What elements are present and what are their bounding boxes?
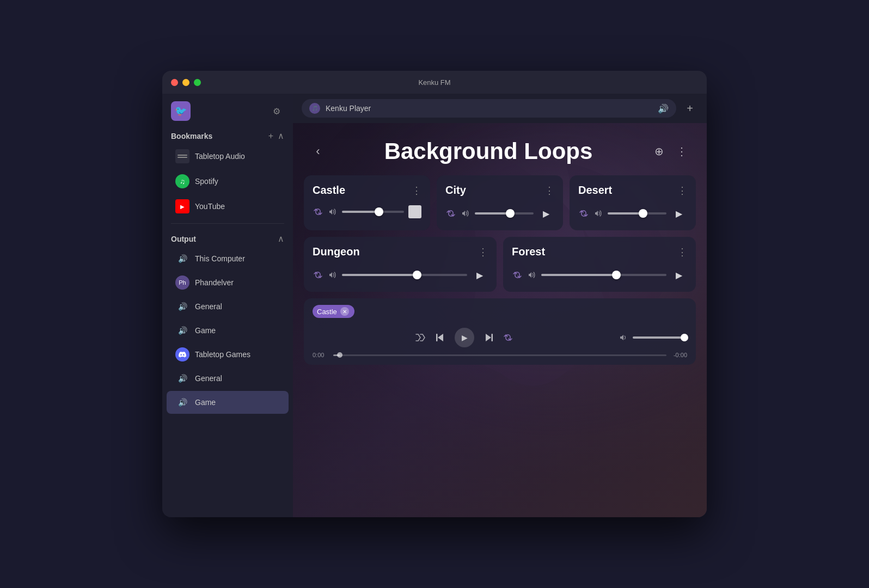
settings-icon[interactable]: ⚙ [269,103,284,119]
output-this-computer[interactable]: 🔊 This Computer [167,247,289,270]
maximize-button[interactable] [194,79,201,86]
bookmarks-section-header: Bookmarks + ∧ [162,125,293,144]
divider [171,223,284,224]
prev-button[interactable] [436,334,444,341]
speaker-icon-3: 🔊 [175,323,189,338]
output-tabletop-games[interactable]: Tabletop Games [167,343,289,366]
forest-volume-button[interactable] [527,271,537,279]
sidebar-item-youtube[interactable]: ▶ YouTube ··· [167,194,289,218]
this-computer-label: This Computer [195,254,280,263]
phandelver-avatar: Ph [175,275,189,290]
castle-volume-button[interactable] [328,207,338,216]
volume-icon-button[interactable] [620,334,628,341]
game-2-label: Game [195,398,280,407]
forest-play-button[interactable]: ▶ [671,267,687,283]
time-total: -0:00 [671,352,687,358]
main-header: ‹ Background Loops ⊕ ⋮ [293,123,707,175]
forest-volume-slider[interactable] [541,274,666,276]
player-pill[interactable]: 🎵 Kenku Player 🔊 [302,99,676,118]
bg-area: ‹ Background Loops ⊕ ⋮ Castle ⋮ [293,123,707,517]
forest-menu-button[interactable]: ⋮ [677,246,687,258]
desert-play-button[interactable]: ▶ [671,205,687,222]
sidebar-item-tabletop-audio[interactable]: Tabletop Audio ··· [167,144,289,168]
desert-volume-button[interactable] [593,209,603,218]
dungeon-controls: ▶ [313,267,488,283]
main-volume-slider[interactable] [633,336,687,339]
discord-icon [175,347,189,362]
progress-bar[interactable] [333,354,666,356]
output-general-1[interactable]: 🔊 General [167,295,289,318]
player-volume-icon: 🔊 [658,103,669,114]
dungeon-title: Dungeon [313,246,360,258]
add-loop-button[interactable]: ⊕ [650,143,668,160]
repeat-button[interactable] [504,334,512,341]
forest-loop-button[interactable] [512,271,523,279]
back-button[interactable]: ‹ [309,143,327,160]
city-volume-slider[interactable] [475,212,534,215]
next-button[interactable] [485,334,493,341]
speaker-icon-5: 🔊 [175,395,189,409]
window-controls [171,79,201,86]
svg-marker-4 [438,334,443,341]
desert-menu-button[interactable]: ⋮ [677,185,687,197]
castle-loop-button[interactable] [313,207,323,216]
phandelver-label: Phandelver [195,278,280,287]
cards-grid-row2: Dungeon ⋮ [293,237,707,298]
city-title: City [445,184,466,197]
city-loop-button[interactable] [445,209,456,218]
dungeon-header: Dungeon ⋮ [313,246,488,258]
minimize-button[interactable] [182,79,189,86]
castle-controls [313,205,421,218]
dungeon-menu-button[interactable]: ⋮ [478,246,488,258]
youtube-icon: ▶ [175,199,189,213]
shuffle-button[interactable] [415,334,425,341]
card-forest: Forest ⋮ [503,237,696,292]
castle-volume-slider[interactable] [342,211,404,213]
output-game-1[interactable]: 🔊 Game [167,319,289,342]
speaker-icon-4: 🔊 [175,371,189,385]
spotify-label: Spotify [195,177,267,186]
output-game-2[interactable]: 🔊 Game [167,391,289,414]
app-window: Kenku FM 🐦 ⚙ Bookmarks + ∧ Tabletop Audi… [162,71,707,517]
main-layout: 🐦 ⚙ Bookmarks + ∧ Tabletop Audio ··· ♫ [162,94,707,517]
city-volume-button[interactable] [461,209,470,218]
top-bar: 🎵 Kenku Player 🔊 + [293,94,707,123]
city-menu-button[interactable]: ⋮ [544,185,554,197]
svg-marker-6 [486,334,491,341]
sidebar-item-spotify[interactable]: ♫ Spotify ··· [167,169,289,193]
volume-area [620,334,687,341]
add-bookmark-button[interactable]: + [268,132,273,140]
general-2-label: General [195,374,280,383]
desert-loop-button[interactable] [578,209,589,218]
dungeon-loop-button[interactable] [313,271,323,279]
general-1-label: General [195,302,280,311]
play-pause-button[interactable]: ▶ [455,328,474,347]
collapse-output-button[interactable]: ∧ [278,235,284,243]
speaker-icon-2: 🔊 [175,299,189,314]
spotify-icon: ♫ [175,174,189,188]
collapse-bookmarks-button[interactable]: ∧ [278,132,284,140]
castle-menu-button[interactable]: ⋮ [412,185,421,197]
window-title: Kenku FM [418,78,450,87]
dungeon-play-button[interactable]: ▶ [472,267,488,283]
remove-track-button[interactable]: ✕ [340,307,349,316]
castle-header: Castle ⋮ [313,184,421,197]
page-title: Background Loops [327,138,650,164]
content-area: 🎵 Kenku Player 🔊 + [293,94,707,517]
sidebar: 🐦 ⚙ Bookmarks + ∧ Tabletop Audio ··· ♫ [162,94,293,517]
dungeon-volume-slider[interactable] [342,274,467,276]
city-controls: ▶ [445,205,554,222]
more-options-button[interactable]: ⋮ [673,143,690,160]
dungeon-volume-button[interactable] [328,271,338,279]
city-play-button[interactable]: ▶ [538,205,554,222]
youtube-label: YouTube [195,202,267,211]
output-label: Output [171,235,196,243]
player-bar: Castle ✕ ▶ [304,298,696,365]
output-general-2[interactable]: 🔊 General [167,367,289,390]
add-player-button[interactable]: + [682,100,698,117]
close-button[interactable] [171,79,178,86]
desert-volume-slider[interactable] [608,212,666,215]
output-phandelver[interactable]: Ph Phandelver [167,271,289,294]
castle-stop-button[interactable] [408,205,421,218]
svg-rect-0 [178,155,187,156]
